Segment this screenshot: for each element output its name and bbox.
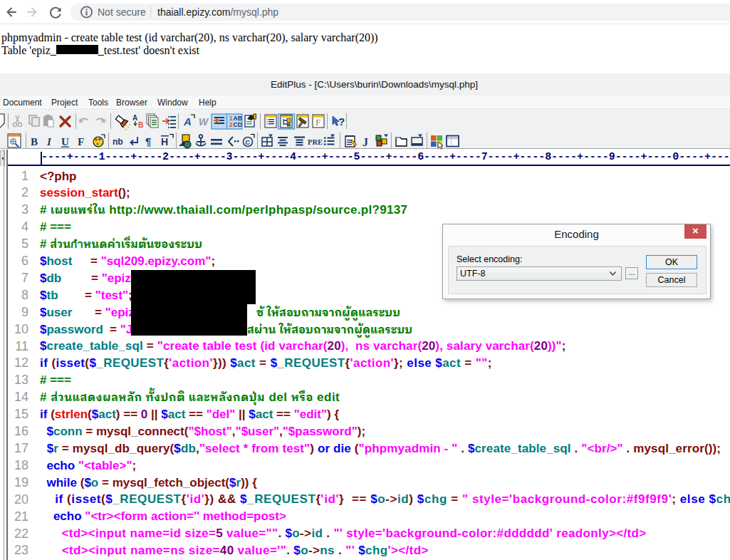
svg-text:C: C	[246, 139, 251, 146]
svg-text:W: W	[199, 116, 209, 128]
svg-text:U: U	[61, 136, 69, 147]
svg-text:F: F	[316, 117, 320, 128]
svg-text:CD: CD	[234, 121, 242, 128]
svg-text:A: A	[132, 114, 137, 122]
svg-text:2: 2	[229, 121, 233, 128]
svg-text:B: B	[31, 136, 38, 147]
svg-text:H: H	[161, 136, 168, 147]
svg-text:¶: ¶	[145, 135, 151, 147]
svg-text:I: I	[46, 136, 52, 147]
svg-text:J: J	[363, 136, 368, 148]
svg-text:PRE: PRE	[308, 138, 323, 146]
svg-text:F: F	[78, 136, 84, 147]
svg-text:A: A	[183, 115, 192, 128]
svg-text:B: B	[138, 121, 143, 129]
svg-text:?: ?	[338, 115, 345, 128]
svg-text:nb: nb	[113, 137, 123, 147]
